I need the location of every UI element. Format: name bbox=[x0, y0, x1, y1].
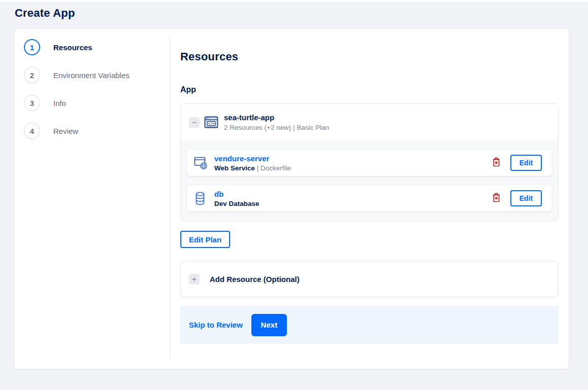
top-strip bbox=[0, 0, 588, 2]
step-heading: Resources bbox=[180, 50, 559, 63]
app-group-card: − </> sea-turtle-app 2 Resources (+2 new… bbox=[180, 103, 559, 221]
resource-type: Dev Database bbox=[214, 200, 259, 207]
resource-source: | Dockerfile bbox=[257, 164, 291, 172]
app-group-body: vendure-server Web Service | Dockerfile bbox=[181, 140, 558, 221]
expand-add-resource-button[interactable]: + bbox=[189, 274, 200, 285]
resources-step-panel: Resources App − </> sea-turtle-app bbox=[170, 29, 569, 369]
edit-plan-button[interactable]: Edit Plan bbox=[180, 231, 230, 248]
resource-name-link[interactable]: db bbox=[214, 190, 259, 198]
step-number-badge: 2 bbox=[24, 67, 40, 83]
step-label: Info bbox=[53, 99, 66, 108]
app-icon: </> bbox=[204, 115, 218, 129]
delete-resource-button[interactable] bbox=[491, 191, 502, 205]
step-review[interactable]: 4 Review bbox=[24, 123, 170, 139]
resource-meta: Web Service | Dockerfile bbox=[214, 164, 291, 172]
resource-name-link[interactable]: vendure-server bbox=[214, 154, 291, 163]
trash-icon bbox=[492, 192, 501, 204]
add-resource-section[interactable]: + Add Resource (Optional) bbox=[180, 261, 559, 297]
edit-resource-button[interactable]: Edit bbox=[510, 155, 542, 171]
create-app-wizard-card: 1 Resources 2 Environment Variables 3 In… bbox=[14, 28, 569, 369]
resource-row-web-service: vendure-server Web Service | Dockerfile bbox=[187, 150, 552, 176]
step-label: Review bbox=[53, 127, 78, 135]
page-title: Create App bbox=[15, 7, 588, 20]
resource-row-database: db Dev Database bbox=[187, 185, 552, 211]
delete-resource-button[interactable] bbox=[491, 156, 502, 170]
add-resource-label: Add Resource (Optional) bbox=[210, 275, 300, 283]
step-resources[interactable]: 1 Resources bbox=[24, 39, 170, 55]
step-label: Resources bbox=[53, 43, 92, 52]
skip-to-review-link[interactable]: Skip to Review bbox=[189, 321, 243, 329]
next-button[interactable]: Next bbox=[251, 314, 287, 336]
step-info[interactable]: 3 Info bbox=[24, 95, 170, 111]
step-number-badge: 1 bbox=[24, 39, 40, 55]
app-group-header: − </> sea-turtle-app 2 Resources (+2 new… bbox=[181, 104, 558, 140]
resource-text-block: db Dev Database bbox=[214, 190, 259, 207]
step-environment-variables[interactable]: 2 Environment Variables bbox=[24, 67, 170, 83]
step-number-badge: 3 bbox=[24, 95, 40, 111]
app-summary: 2 Resources (+2 new) | Basic Plan bbox=[224, 124, 329, 131]
resource-text-block: vendure-server Web Service | Dockerfile bbox=[214, 154, 291, 172]
wizard-footer: Skip to Review Next bbox=[180, 306, 559, 344]
database-icon bbox=[194, 191, 208, 205]
resource-meta: Dev Database bbox=[214, 200, 259, 207]
edit-resource-button[interactable]: Edit bbox=[510, 190, 542, 206]
resource-type: Web Service bbox=[214, 164, 255, 172]
app-name: sea-turtle-app bbox=[224, 113, 329, 122]
web-service-icon bbox=[194, 156, 208, 170]
step-number-badge: 4 bbox=[24, 123, 40, 139]
step-label: Environment Variables bbox=[53, 71, 129, 80]
app-section-label: App bbox=[180, 85, 559, 94]
svg-text:</>: </> bbox=[208, 122, 214, 126]
wizard-stepper: 1 Resources 2 Environment Variables 3 In… bbox=[14, 29, 170, 369]
app-group-title-block: sea-turtle-app 2 Resources (+2 new) | Ba… bbox=[224, 113, 329, 131]
collapse-app-button[interactable]: − bbox=[189, 117, 200, 128]
trash-icon bbox=[492, 157, 501, 169]
